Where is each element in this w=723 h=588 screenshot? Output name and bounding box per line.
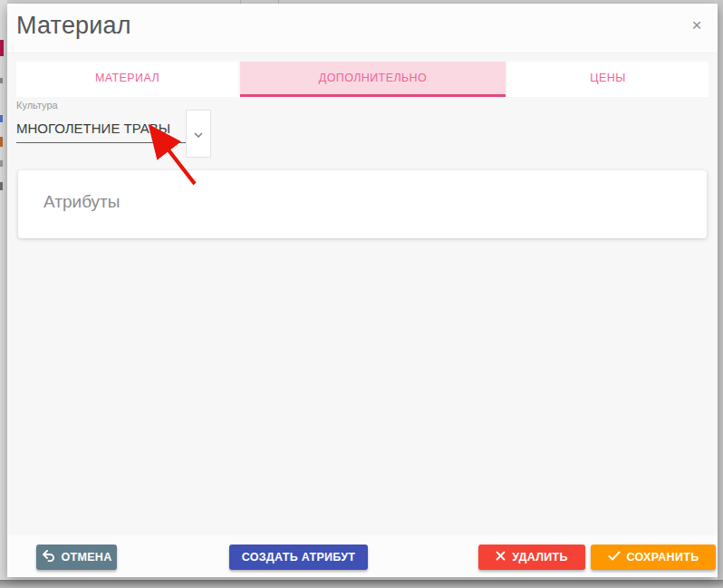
delete-button-label: УДАЛИТЬ	[512, 551, 568, 564]
background-fragment	[0, 78, 3, 83]
cancel-button-label: ОТМЕНА	[62, 551, 112, 564]
check-icon	[608, 551, 621, 564]
page-horizontal-scrollbar[interactable]	[0, 580, 723, 588]
cancel-button[interactable]: ОТМЕНА	[36, 545, 117, 570]
background-fragment	[0, 160, 3, 167]
tab-material-label: МАТЕРИАЛ	[95, 72, 159, 84]
undo-icon	[42, 550, 55, 564]
close-icon[interactable]: ×	[687, 14, 707, 34]
tab-additional-label: ДОПОЛНИТЕЛЬНО	[319, 72, 427, 84]
modal-footer: ОТМЕНА СОЗДАТЬ АТРИБУТ УДАЛИТЬ	[7, 535, 718, 577]
background-fragment	[0, 182, 3, 190]
attributes-title: Атрибуты	[43, 192, 120, 212]
chevron-down-icon	[193, 126, 204, 142]
tab-material[interactable]: МАТЕРИАЛ	[16, 62, 238, 97]
tab-prices[interactable]: ЦЕНЫ	[507, 62, 709, 97]
create-attribute-button-label: СОЗДАТЬ АТРИБУТ	[242, 551, 356, 564]
create-attribute-button[interactable]: СОЗДАТЬ АТРИБУТ	[229, 545, 368, 570]
modal-header: Материал ×	[7, 4, 718, 53]
culture-input-value: МНОГОЛЕТНИЕ ТРАВЫ	[16, 120, 170, 136]
background-page-left-strip	[0, 0, 7, 588]
x-icon	[496, 551, 506, 564]
page-vertical-scrollbar[interactable]	[718, 0, 723, 588]
culture-field-label: Культура	[16, 100, 58, 111]
delete-button[interactable]: УДАЛИТЬ	[478, 545, 585, 570]
background-fragment	[0, 115, 3, 122]
modal-title: Материал	[16, 12, 131, 40]
save-button-label: СОХРАНИТЬ	[627, 551, 699, 564]
background-fragment	[0, 137, 3, 147]
tab-bar: МАТЕРИАЛ ДОПОЛНИТЕЛЬНО ЦЕНЫ	[16, 62, 709, 97]
culture-input[interactable]: МНОГОЛЕТНИЕ ТРАВЫ	[16, 114, 186, 143]
screen: Материал × МАТЕРИАЛ ДОПОЛНИТЕЛЬНО ЦЕНЫ К…	[0, 0, 723, 588]
material-modal: Материал × МАТЕРИАЛ ДОПОЛНИТЕЛЬНО ЦЕНЫ К…	[7, 4, 718, 577]
attributes-card: Атрибуты	[18, 170, 707, 238]
culture-dropdown-button[interactable]	[186, 110, 211, 158]
tab-additional[interactable]: ДОПОЛНИТЕЛЬНО	[240, 62, 506, 97]
tab-prices-label: ЦЕНЫ	[590, 72, 625, 84]
save-button[interactable]: СОХРАНИТЬ	[591, 545, 716, 570]
background-fragment	[0, 40, 4, 56]
